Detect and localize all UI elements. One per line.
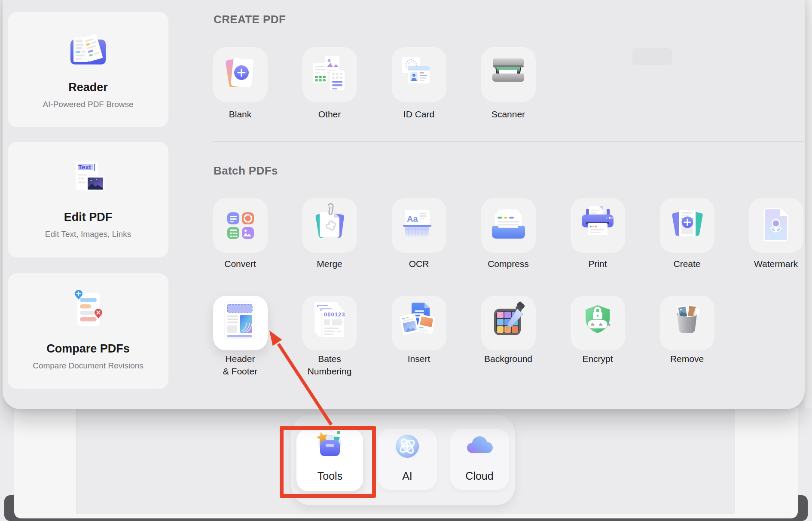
label-line2: & Footer — [223, 366, 258, 376]
tool-tile-remove[interactable] — [660, 296, 714, 350]
section-header-batch-pdfs: Batch PDFs — [214, 164, 278, 178]
tool-tile-blank[interactable] — [213, 47, 268, 102]
card-title: Reader — [8, 81, 168, 94]
tool-label-id-card: ID Card — [374, 108, 464, 120]
edit-text-sample: Text — [78, 163, 91, 171]
tool-tile-background[interactable] — [481, 296, 536, 350]
edit-pdf-icon: Text — [64, 158, 112, 205]
card-title: Compare PDFs — [8, 342, 168, 355]
section-divider — [213, 141, 804, 142]
encrypt-icon: * * * — [571, 296, 625, 350]
label-line2: Numbering — [308, 366, 352, 376]
tool-tile-merge[interactable] — [302, 198, 357, 253]
tool-label-remove: Remove — [642, 352, 732, 365]
id-card-icon — [392, 47, 446, 102]
tool-tile-id-card[interactable] — [392, 47, 446, 102]
ghost-highlight — [632, 48, 672, 65]
tool-tile-print[interactable] — [571, 198, 625, 253]
merge-icon — [302, 198, 357, 253]
tool-tile-encrypt[interactable]: * * * — [571, 296, 625, 350]
tool-label-other: Other — [284, 108, 375, 120]
tool-tile-compress[interactable] — [481, 198, 536, 253]
tool-label-merge: Merge — [284, 257, 375, 270]
tool-tile-header-footer[interactable] — [213, 296, 268, 350]
card-subtitle: Compare Document Revisions — [8, 361, 168, 371]
convert-icon — [213, 198, 268, 253]
card-subtitle: Edit Text, Images, Links — [8, 229, 168, 239]
dock-label-cloud: Cloud — [445, 470, 514, 482]
tools-highlight-rectangle — [280, 426, 376, 498]
card-title: Edit PDF — [8, 211, 168, 224]
label-line1: Bates — [318, 354, 341, 364]
tool-tile-watermark[interactable] — [749, 198, 803, 253]
app-window: Tools AI Cloud — [0, 0, 812, 521]
reader-book-icon — [64, 28, 112, 76]
tool-label-convert: Convert — [195, 257, 285, 270]
tool-tile-create[interactable] — [660, 198, 714, 253]
tool-label-encrypt: Encrypt — [553, 352, 643, 365]
tool-label-background: Background — [463, 352, 553, 365]
tool-label-compress: Compress — [463, 257, 553, 270]
encrypt-password-mask: * * * — [591, 321, 611, 331]
ocr-icon: Aa — [392, 198, 446, 253]
watermark-icon — [749, 198, 803, 253]
create-icon — [660, 198, 714, 253]
compress-icon — [481, 198, 536, 253]
tool-label-bates-numbering: BatesNumbering — [284, 352, 375, 377]
sidebar-card-edit-pdf[interactable]: Text Edit PDF Edit Text, Images, Links — [8, 142, 168, 257]
bates-number-text: 000123 — [324, 311, 345, 318]
cloud-icon — [458, 425, 501, 468]
sidebar-divider — [191, 13, 191, 389]
tool-label-blank: Blank — [195, 108, 285, 120]
tool-label-create: Create — [642, 257, 732, 270]
ai-icon — [386, 425, 429, 468]
scanner-icon — [481, 47, 536, 102]
tool-label-insert: Insert — [374, 352, 464, 365]
tool-label-ocr: OCR — [374, 257, 464, 270]
other-document-icon — [302, 47, 357, 102]
card-subtitle: AI-Powered PDF Browse — [8, 99, 168, 110]
tool-tile-other[interactable] — [302, 47, 357, 102]
section-header-create-pdf: CREATE PDF — [214, 13, 286, 26]
tool-tile-convert[interactable] — [213, 198, 268, 253]
window-right-edge — [805, 0, 812, 408]
tool-label-watermark: Watermark — [731, 257, 812, 270]
tool-label-header-footer: Header& Footer — [195, 352, 285, 377]
sidebar-card-compare-pdfs[interactable]: Compare PDFs Compare Document Revisions — [8, 273, 168, 389]
tool-tile-bates-numbering[interactable]: 000123 — [302, 296, 357, 350]
tool-tile-insert[interactable] — [392, 296, 446, 350]
remove-icon — [660, 296, 714, 350]
ocr-sample-text: Aa — [407, 214, 418, 224]
insert-icon — [392, 296, 446, 350]
tool-label-scanner: Scanner — [463, 108, 553, 120]
tool-tile-scanner[interactable] — [481, 47, 536, 102]
dock-label-ai: AI — [373, 470, 442, 482]
compare-pdfs-icon — [64, 288, 112, 335]
print-icon — [571, 198, 625, 253]
label-line1: Header — [226, 354, 255, 364]
header-footer-icon — [213, 296, 268, 350]
tool-label-print: Print — [553, 257, 643, 270]
sidebar-card-reader[interactable]: Reader AI-Powered PDF Browse — [8, 12, 168, 127]
background-icon — [481, 296, 536, 350]
blank-icon — [213, 47, 268, 102]
tool-tile-ocr[interactable]: Aa — [392, 198, 446, 253]
bates-numbering-icon: 000123 — [302, 296, 357, 350]
